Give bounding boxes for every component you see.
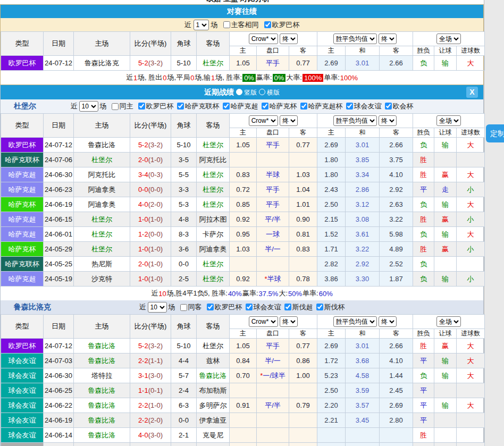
col-date: 日期 [44, 114, 74, 138]
euro-home-odds: 3.86 [317, 272, 346, 287]
h2h-match-count-select[interactable]: 1 [194, 20, 209, 30]
league-filter[interactable]: 哈萨克杯 [258, 102, 297, 111]
vertical-layout-radio[interactable] [236, 89, 242, 95]
league-badge: 哈萨克超 [1, 182, 44, 197]
match-row: 欧罗巴杯24-07-12鲁森比洛5-2(3-2)5-10杜堡尔1.05平手0.7… [1, 339, 485, 354]
league-checkbox[interactable] [246, 304, 253, 310]
avg-time-select[interactable]: 终 [379, 33, 397, 44]
league-badge: 哈萨克超 [1, 272, 44, 287]
scope-select[interactable]: 全场 [436, 316, 461, 327]
league-checkbox[interactable] [385, 103, 392, 110]
odds-time-select[interactable]: 终 [280, 33, 298, 44]
sub-col-goals: 进球数 [457, 128, 485, 138]
scope-select[interactable]: 全场 [436, 115, 461, 126]
match-score: 2-0(1-0) [130, 153, 171, 167]
league-filter[interactable]: 球会友谊 [343, 102, 382, 111]
vertical-layout-label: 竖版 [244, 89, 257, 96]
home-team: 杜堡尔 [74, 227, 130, 242]
odds-time-select[interactable]: 终 [280, 115, 298, 126]
league-checkbox[interactable] [138, 103, 145, 110]
euro-away-odds: 2.66 [380, 138, 413, 153]
sub-col-wdl: 胜负 [413, 46, 434, 56]
same-home-filter[interactable]: 同主 [108, 102, 133, 111]
league-filter[interactable]: 哈萨克超杯 [297, 102, 343, 111]
league-filter[interactable]: 欧会杯 [382, 102, 414, 111]
clipped-text-fragment: 欧赔 亚盘 对比分析 [206, 0, 270, 4]
avg-odds-select[interactable]: 胜平负均值 [333, 33, 377, 44]
league-badge: 哈萨克超 [1, 212, 44, 227]
sub-col-crow-away: 客 [289, 128, 317, 138]
home-filter-controls: 近 10 场 同主 欧罗巴杯哈萨克联杯哈萨克超哈萨克杯哈萨克超杯球会友谊欧会杯 [71, 101, 414, 112]
euro-home-odds: 1.80 [317, 167, 346, 182]
crow-away-odds: 0.77 [289, 56, 317, 71]
customize-button[interactable]: 定制 [486, 124, 504, 142]
league-filter[interactable]: 斯伐杯 [313, 302, 345, 312]
avg-odds-select[interactable]: 胜平负均值 [333, 316, 377, 327]
avg-time-select[interactable]: 终 [379, 115, 397, 126]
handicap-line: *一/球半 [257, 368, 289, 383]
league-checkbox[interactable] [316, 304, 323, 310]
col-away: 客场 [197, 32, 230, 56]
odds-time-select[interactable]: 终 [280, 316, 298, 327]
crow-home-odds: 0.91 [230, 398, 257, 413]
result-overunder [457, 257, 485, 272]
same-away-filter[interactable]: 同客 [177, 302, 202, 312]
away-team: 鲁森比洛 [197, 368, 230, 383]
handicap-line [257, 257, 289, 272]
col-type: 类型 [1, 114, 44, 138]
league-filter[interactable]: 球会友谊 [242, 302, 281, 312]
match-score: 4-0(3-0) [130, 428, 171, 443]
same-home-checkbox[interactable] [112, 103, 119, 110]
league-checkbox[interactable] [207, 304, 214, 310]
home-match-count-select[interactable]: 10 [79, 101, 98, 112]
league-filter[interactable]: 哈萨克超 [220, 102, 258, 111]
result-wdl: 胜 [413, 212, 434, 227]
same-away-checkbox[interactable] [180, 304, 187, 311]
league-checkbox[interactable] [346, 103, 353, 110]
away-match-count-select[interactable]: 10 [148, 302, 167, 313]
league-checkbox[interactable] [262, 103, 268, 110]
match-date: 24-07-03 [44, 354, 74, 368]
league-checkbox[interactable] [177, 103, 184, 110]
avg-time-select[interactable]: 终 [379, 316, 397, 327]
stats-segment: 40% [228, 290, 242, 298]
league-filter[interactable]: 斯伐超 [281, 302, 313, 312]
scope-select[interactable]: 全场 [436, 33, 461, 44]
result-overunder: 大 [457, 227, 485, 242]
stats-segment: 近 [151, 289, 158, 298]
sub-col-wdl: 胜负 [413, 329, 434, 339]
same-hostguest-filter[interactable]: 主客相同 [220, 20, 259, 30]
home-team: 鲁森比洛 [74, 339, 130, 354]
euro-draw-odds: 5.24 [346, 443, 380, 446]
h2h-filter-bar: 近 1 场 主客相同 欧罗巴杯 [1, 18, 483, 31]
match-date: 24-05-18 [44, 443, 74, 446]
league-label: 哈萨克杯 [270, 102, 297, 111]
league-filter[interactable]: 欧罗巴杯 [204, 302, 242, 312]
bookmaker-select[interactable]: Crow* [249, 115, 278, 126]
same-hostguest-checkbox[interactable] [223, 21, 230, 28]
h2h-league-checkbox[interactable] [264, 21, 271, 28]
league-checkbox[interactable] [300, 103, 307, 110]
crow-home-odds: 1.05 [230, 339, 257, 354]
euro-home-odds: 2.21 [317, 413, 346, 428]
league-filter[interactable]: 欧罗巴杯 [135, 102, 174, 111]
stats-segment: 60% [319, 290, 333, 298]
match-score: 1-2(0-0) [130, 227, 171, 242]
bookmaker-select[interactable]: Crow* [249, 316, 278, 327]
league-filter[interactable]: 哈萨克联杯 [174, 102, 220, 111]
close-icon[interactable]: X [466, 87, 478, 98]
league-checkbox[interactable] [223, 103, 230, 110]
bookmaker-select[interactable]: Crow* [249, 33, 278, 44]
avg-odds-select[interactable]: 胜平负均值 [333, 115, 377, 126]
sub-col-crow-away: 客 [289, 46, 317, 56]
crow-home-odds: 0.83 [230, 167, 257, 182]
crow-home-odds: 0.82 [230, 443, 257, 446]
result-handicap [434, 153, 457, 167]
horizontal-layout-radio[interactable] [259, 89, 265, 95]
away-team: 阿拉木图 [197, 212, 230, 227]
result-overunder: 小 [457, 182, 485, 197]
handicap-line [257, 383, 289, 398]
sub-col-euro-draw: 和 [346, 329, 380, 339]
h2h-league-filter[interactable]: 欧罗巴杯 [261, 20, 300, 30]
league-checkbox[interactable] [284, 304, 291, 310]
